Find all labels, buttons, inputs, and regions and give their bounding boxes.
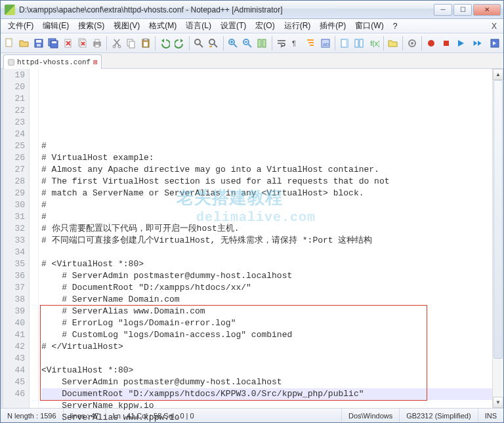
svg-rect-19	[144, 42, 148, 47]
word-wrap-button[interactable]	[274, 36, 287, 50]
code-line[interactable]: # ServerName Domain.com	[41, 294, 492, 306]
svg-rect-25	[262, 39, 266, 47]
svg-rect-18	[144, 39, 148, 41]
code-line[interactable]: ServerAlias www.kppw.io	[41, 412, 492, 423]
new-file-button[interactable]	[3, 36, 16, 50]
app-icon	[5, 5, 15, 15]
code-line[interactable]: # VirtualHost example:	[41, 152, 492, 164]
function-list-button[interactable]: f(x)	[367, 36, 380, 50]
close-file-button[interactable]	[61, 36, 74, 50]
menu-view[interactable]: 视图(V)	[109, 19, 144, 33]
indent-guide-button[interactable]	[304, 36, 317, 50]
menu-language[interactable]: 语言(L)	[181, 19, 216, 33]
svg-text:f(x): f(x)	[370, 40, 379, 47]
print-button[interactable]	[91, 36, 104, 50]
sync-scroll-button[interactable]	[255, 36, 268, 50]
replace-button[interactable]	[207, 36, 220, 50]
scrollbar-thumb[interactable]	[494, 80, 503, 359]
doc-map-button[interactable]	[338, 36, 351, 50]
save-macro-button[interactable]	[488, 36, 501, 50]
menu-format[interactable]: 格式(M)	[144, 19, 181, 33]
scroll-up-arrow[interactable]: ▲	[493, 69, 503, 80]
menu-edit[interactable]: 编辑(E)	[38, 19, 74, 33]
code-line[interactable]: #	[41, 199, 492, 211]
menu-help[interactable]: ?	[388, 20, 402, 32]
menu-window[interactable]: 窗口(W)	[350, 19, 388, 33]
menu-plugins[interactable]: 插件(P)	[315, 19, 350, 33]
cut-button[interactable]	[110, 36, 123, 50]
maximize-button[interactable]: ☐	[453, 4, 472, 16]
svg-rect-11	[95, 39, 99, 42]
svg-rect-37	[444, 41, 449, 46]
toolbar: ¶ ab f(x)	[1, 33, 503, 53]
menubar-close-button[interactable]: X	[488, 22, 501, 31]
record-macro-button[interactable]	[425, 36, 438, 50]
play-multi-macro-button[interactable]	[469, 36, 487, 50]
code-line[interactable]: # </VirtualHost>	[41, 341, 492, 353]
redo-button[interactable]	[173, 36, 186, 50]
menu-bar: 文件(F) 编辑(E) 搜索(S) 视图(V) 格式(M) 语言(L) 设置(T…	[1, 19, 503, 33]
code-line[interactable]: # 不同端口可直接多创建几个VirtualHost, 无特殊需求，请保持 *:P…	[41, 235, 492, 247]
code-line[interactable]: #	[41, 211, 492, 223]
tab-close-icon[interactable]: ⊠	[93, 58, 97, 66]
save-button[interactable]	[32, 36, 45, 50]
menu-file[interactable]: 文件(F)	[3, 19, 38, 33]
zoom-out-button[interactable]	[241, 36, 254, 50]
code-line[interactable]: # ServerAdmin postmaster@dummy-host.loca…	[41, 270, 492, 282]
svg-rect-24	[258, 39, 261, 47]
menu-search[interactable]: 搜索(S)	[74, 19, 109, 33]
code-line[interactable]: # DocumentRoot "D:/xampps/htdocs/xx/"	[41, 282, 492, 294]
zoom-in-button[interactable]	[226, 36, 240, 50]
menu-macro[interactable]: 宏(O)	[251, 19, 279, 33]
editor: 1920212223242526272829303132333435363738…	[1, 69, 503, 408]
fold-margin[interactable]	[30, 69, 39, 408]
code-line[interactable]: # match a ServerName or ServerAlias in a…	[41, 188, 492, 199]
code-line[interactable]: # CustomLog "logs/Domain-access.log" com…	[41, 329, 492, 341]
code-line[interactable]: ServerAdmin postmaster@dummy-host.localh…	[41, 376, 492, 388]
code-line[interactable]	[41, 247, 492, 258]
doc-switcher-button[interactable]	[352, 36, 366, 50]
code-line[interactable]: DocumentRoot "D:/xampps/htdocs/KPPW3.0/S…	[41, 388, 492, 400]
code-line[interactable]: # The first VirtualHost section is used …	[41, 176, 492, 188]
folder-view-button[interactable]	[387, 36, 400, 50]
show-all-chars-button[interactable]: ¶	[289, 36, 303, 50]
window-title: D:\xampps\apache\conf\extra\httpd-vhosts…	[19, 5, 432, 14]
menu-run[interactable]: 运行(R)	[280, 19, 316, 33]
find-button[interactable]	[192, 36, 205, 50]
svg-rect-2	[36, 40, 41, 43]
line-number-gutter: 1920212223242526272829303132333435363738…	[1, 69, 30, 408]
file-status-icon	[8, 59, 14, 66]
code-line[interactable]	[41, 353, 492, 365]
code-line[interactable]: #	[41, 140, 492, 152]
code-area[interactable]: 老关搭建教程 delimalive.com ## VirtualHost exa…	[39, 69, 492, 408]
vertical-scrollbar[interactable]: ▲ ▼	[492, 69, 503, 408]
scroll-down-arrow[interactable]: ▼	[493, 397, 503, 408]
close-button[interactable]: ✕	[473, 4, 501, 16]
save-all-button[interactable]	[47, 36, 60, 50]
code-line[interactable]: # Almost any Apache directive may go int…	[41, 164, 492, 176]
code-line[interactable]: <VirtualHost *:80>	[41, 365, 492, 376]
code-line[interactable]: # ErrorLog "logs/Domain-error.log"	[41, 317, 492, 329]
svg-point-35	[411, 42, 413, 45]
stop-macro-button[interactable]	[440, 36, 453, 50]
open-file-button[interactable]	[17, 36, 30, 50]
copy-button[interactable]	[125, 36, 138, 50]
code-line[interactable]: # 你只需要配置以下代码，即可开启一段host主机.	[41, 223, 492, 235]
undo-button[interactable]	[158, 36, 171, 50]
code-line[interactable]: # <VirtualHost *:80>	[41, 258, 492, 270]
user-lang-button[interactable]: ab	[318, 36, 331, 50]
menu-settings[interactable]: 设置(T)	[216, 19, 251, 33]
svg-rect-31	[355, 39, 358, 47]
svg-rect-16	[129, 41, 135, 48]
code-line[interactable]: ServerName kppw.io	[41, 400, 492, 412]
svg-rect-30	[346, 39, 348, 47]
file-tab[interactable]: httpd-vhosts.conf ⊠	[3, 54, 102, 69]
close-all-button[interactable]	[76, 36, 89, 50]
code-line[interactable]	[41, 129, 492, 140]
svg-rect-6	[52, 41, 56, 43]
code-line[interactable]: # ServerAlias www.Domain.com	[41, 306, 492, 317]
monitor-button[interactable]	[406, 36, 419, 50]
play-macro-button[interactable]	[454, 36, 467, 50]
minimize-button[interactable]: ─	[434, 4, 452, 16]
paste-button[interactable]	[139, 36, 152, 50]
